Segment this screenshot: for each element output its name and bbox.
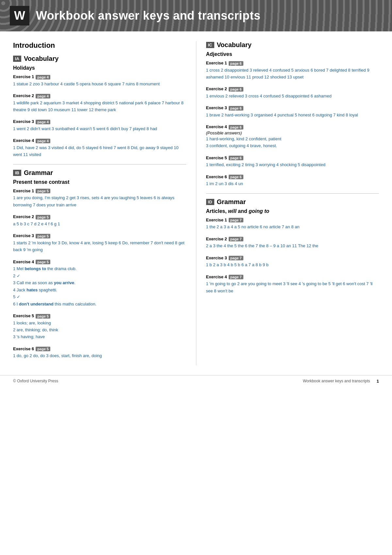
- g-ex4-line4: 4 Jack hates spaghetti.: [13, 286, 186, 293]
- right-column: IC Vocabulary Adjectives Exercise 1page …: [196, 41, 379, 365]
- g-ex5-line1: 1 looks; are, looking: [13, 320, 186, 326]
- ic-label: IC Vocabulary: [206, 41, 379, 49]
- ia-ex2-title: Exercise 2page 4: [13, 93, 186, 98]
- ic-ex6-content: 1 im 2 un 3 dis 4 un: [206, 180, 379, 187]
- id-ex3-content: 1 b 2 a 3 b 4 b 5 b 6 a 7 a 8 b 9 b: [206, 261, 379, 268]
- ib-badge: IB: [13, 170, 21, 176]
- ia-exercise-1: Exercise 1page 4 1 statue 2 zoo 3 harbou…: [13, 74, 186, 87]
- ic-exercise-1: Exercise 1page 6 1 cross 2 disappointed …: [206, 61, 379, 80]
- header-title: Workbook answer keys and transcripts: [36, 9, 261, 23]
- id-ex1-content: 1 the 2 a 3 a 4 a 5 no article 6 no arti…: [206, 223, 379, 230]
- ia-exercise-4: Exercise 4page 4 1 Did, have 2 was 3 vis…: [13, 138, 186, 158]
- footer-title: Workbook answer keys and transcripts: [303, 379, 370, 383]
- ic-title: Vocabulary: [217, 41, 252, 49]
- ic-ex1-title: Exercise 1page 6: [206, 61, 379, 66]
- id-ex3-title: Exercise 3page 7: [206, 255, 379, 261]
- ic-ex6-page: page 6: [229, 175, 243, 179]
- g-exercise-4: Exercise 4page 5 1 Mel belongs to the dr…: [13, 259, 186, 307]
- ia-ex1-page: page 4: [36, 75, 50, 79]
- ic-ex1-content: 1 cross 2 disappointed 3 relieved 4 conf…: [206, 67, 379, 81]
- body-content: Introduction IA Vocabulary Holidays Exer…: [0, 31, 392, 372]
- introduction-title: Introduction: [13, 41, 186, 50]
- present-tense-title: Present tense contrast: [13, 179, 186, 185]
- g-ex4-line1: 1 Mel belongs to the drama club.: [13, 265, 186, 272]
- g-ex5-line3: 3 's having; have: [13, 333, 186, 340]
- copyright-text: © Oxford University Press: [13, 379, 58, 383]
- ic-ex1-page: page 6: [229, 61, 243, 66]
- ic-ex4-line2: 3 confident, outgoing 4 brave, honest.: [206, 142, 379, 149]
- g-exercise-5: Exercise 5page 5 1 looks; are, looking 2…: [13, 313, 186, 340]
- ic-ex2-content: 1 envious 2 relieved 3 cross 4 confused …: [206, 93, 379, 99]
- ia-exercise-3: Exercise 3page 4 1 went 2 didn't want 3 …: [13, 119, 186, 132]
- ic-ex3-title: Exercise 3page 6: [206, 105, 379, 111]
- ic-ex4-page: page 6: [229, 125, 243, 130]
- ic-section: IC Vocabulary Adjectives Exercise 1page …: [206, 41, 379, 187]
- g-ex4-line3: 3 Call me as soon as you arrive.: [13, 279, 186, 286]
- g-ex5-page: page 5: [36, 314, 50, 319]
- ia-title: Vocabulary: [24, 55, 58, 62]
- g-ex4-line6: 6 I don't understand this maths calculat…: [13, 301, 186, 307]
- ic-ex3-content: 1 brave 2 hard-working 3 organised 4 pun…: [206, 112, 379, 118]
- ic-exercise-2: Exercise 2page 6 1 envious 2 relieved 3 …: [206, 86, 379, 99]
- g-ex4-title: Exercise 4page 5: [13, 259, 186, 265]
- id-ex1-page: page 7: [229, 218, 243, 222]
- g-ex4-content: 1 Mel belongs to the drama club. 2 ✓ 3 C…: [13, 265, 186, 307]
- footer-page-number: 1: [377, 379, 379, 384]
- ic-ex5-title: Exercise 5page 6: [206, 155, 379, 161]
- g-ex6-content: 1 do, go 2 do, do 3 does, start, finish …: [13, 352, 186, 359]
- ia-section: IA Vocabulary Holidays Exercise 1page 4 …: [13, 55, 186, 158]
- g-ex3-page: page 5: [36, 234, 50, 238]
- g-exercise-1: Exercise 1page 5 1 are you doing, I'm st…: [13, 188, 186, 208]
- ic-ex6-title: Exercise 6page 6: [206, 174, 379, 180]
- ic-ex4-title: Exercise 4page 6: [206, 124, 379, 130]
- g-ex6-page: page 5: [36, 347, 50, 351]
- ic-badge: IC: [206, 42, 214, 48]
- g-exercise-2: Exercise 2page 5 a 5 b 3 c 7 d 2 e 4 f 6…: [13, 214, 186, 227]
- id-ex3-page: page 7: [229, 256, 243, 260]
- ia-ex4-content: 1 Did, have 2 was 3 visited 4 did, do 5 …: [13, 144, 186, 158]
- ia-ex1-content: 1 statue 2 zoo 3 harbour 4 castle 5 oper…: [13, 80, 186, 87]
- id-ex1-title: Exercise 1page 7: [206, 217, 379, 223]
- id-ex4-content: 1 'm going to go 2 are you going to meet…: [206, 280, 379, 294]
- ia-ex3-title: Exercise 3page 4: [13, 119, 186, 124]
- articles-going: going to: [249, 208, 269, 214]
- ia-ex3-content: 1 went 2 didn't want 3 sunbathed 4 wasn'…: [13, 125, 186, 132]
- g-ex4-line5: 5 ✓: [13, 293, 186, 300]
- id-ex2-page: page 7: [229, 237, 243, 241]
- ib-section: IB Grammar Present tense contrast Exerci…: [13, 169, 186, 359]
- ic-exercise-3: Exercise 3page 6 1 brave 2 hard-working …: [206, 105, 379, 118]
- id-ex2-title: Exercise 2page 7: [206, 236, 379, 242]
- g-ex2-title: Exercise 2page 5: [13, 214, 186, 219]
- ia-exercise-2: Exercise 2page 4 1 wildlife park 2 aquar…: [13, 93, 186, 113]
- id-exercise-2: Exercise 2page 7 2 a 3 the 4 the 5 the 6…: [206, 236, 379, 250]
- adjectives-title: Adjectives: [206, 51, 379, 57]
- ic-ex2-page: page 6: [229, 87, 243, 92]
- g-ex5-content: 1 looks; are, looking 2 are, thinking; d…: [13, 320, 186, 340]
- ib-title: Grammar: [24, 169, 53, 177]
- w-logo: W: [10, 6, 29, 26]
- ia-ex2-page: page 4: [36, 94, 50, 98]
- id-ex4-title: Exercise 4page 7: [206, 274, 379, 280]
- g-ex5-line2: 2 are, thinking; do, think: [13, 326, 186, 333]
- ic-exercise-5: Exercise 5page 6 1 terrified, exciting 2…: [206, 155, 379, 168]
- footer-right: Workbook answer keys and transcripts 1: [303, 379, 379, 384]
- id-exercise-3: Exercise 3page 7 1 b 2 a 3 b 4 b 5 b 6 a…: [206, 255, 379, 269]
- g-ex5-title: Exercise 5page 5: [13, 313, 186, 319]
- g-ex3-title: Exercise 3page 5: [13, 233, 186, 238]
- ic-ex4-content: 1 hard-working, kind 2 confident, patien…: [206, 135, 379, 149]
- id-ex4-page: page 7: [229, 275, 243, 279]
- id-title: Grammar: [217, 198, 246, 206]
- ia-ex1-title: Exercise 1page 4: [13, 74, 186, 79]
- id-label: ID Grammar: [206, 198, 379, 206]
- ia-ex2-content: 1 wildlife park 2 aquarium 3 market 4 sh…: [13, 99, 186, 113]
- id-exercise-4: Exercise 4page 7 1 'm going to go 2 are …: [206, 274, 379, 294]
- ic-ex4-line1: 1 hard-working, kind 2 confident, patien…: [206, 135, 379, 142]
- ic-ex3-page: page 6: [229, 106, 243, 111]
- left-column: Introduction IA Vocabulary Holidays Exer…: [13, 41, 196, 365]
- ia-ex4-title: Exercise 4page 4: [13, 138, 186, 143]
- ic-ex4-possible: (Possible answers): [206, 130, 379, 135]
- page-footer: © Oxford University Press Workbook answe…: [0, 375, 392, 387]
- holidays-title: Holidays: [13, 65, 186, 71]
- page-header: W Workbook answer keys and transcripts: [0, 0, 392, 31]
- g-exercise-3: Exercise 3page 5 1 starts 2 'm looking f…: [13, 233, 186, 253]
